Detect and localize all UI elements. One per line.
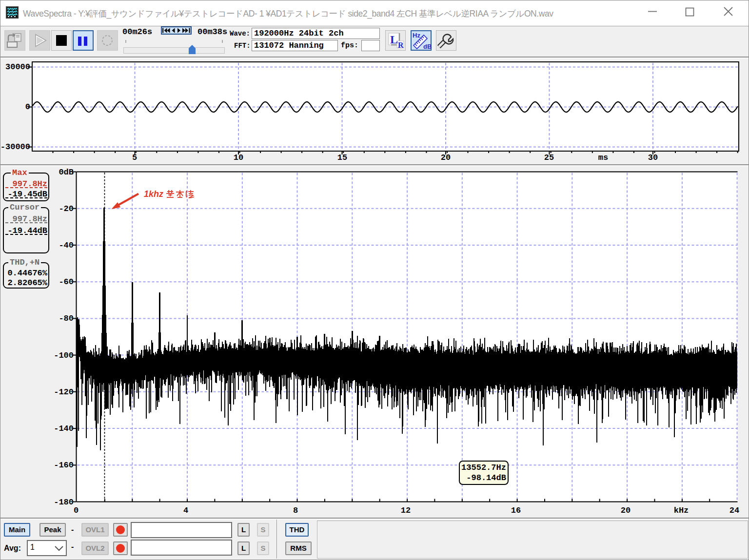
- svg-text:dB: dB: [423, 43, 432, 50]
- svg-text:R: R: [398, 41, 404, 49]
- svg-text:Hz: Hz: [413, 32, 420, 39]
- svg-text:L: L: [390, 33, 398, 46]
